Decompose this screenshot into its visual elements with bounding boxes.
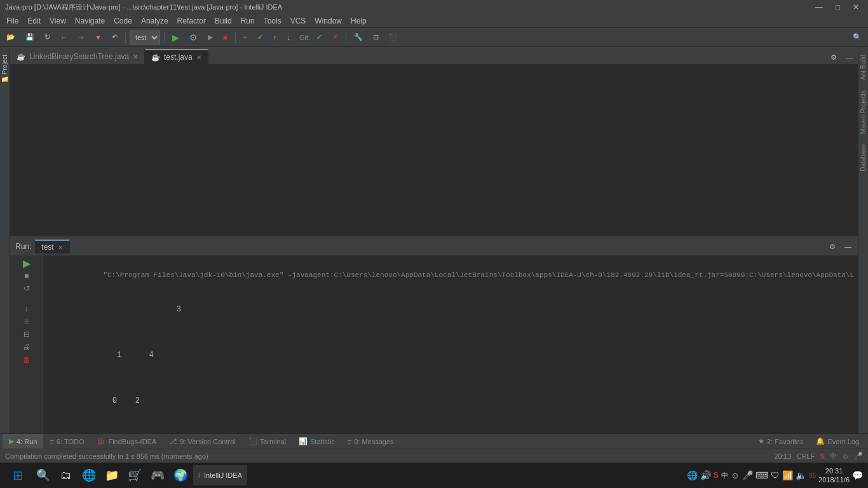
terminal-icon: ⬛ — [248, 437, 257, 445]
taskbar-app1[interactable]: 🎮 — [147, 465, 168, 485]
menu-refactor[interactable]: Refactor — [173, 15, 210, 27]
toolbar-back-btn[interactable]: ← — [57, 30, 71, 44]
tab-close-linked[interactable]: ✕ — [133, 53, 138, 60]
menu-help[interactable]: Help — [347, 15, 370, 27]
toolbar-sync-btn[interactable]: ↻ — [41, 30, 54, 44]
run-config-btn[interactable]: ▶ — [168, 30, 183, 44]
ant-build-tab[interactable]: Ant Build — [860, 50, 867, 85]
toolbar-git-push[interactable]: ↑ — [269, 30, 281, 44]
run-with-coverage-btn[interactable]: ▶ — [204, 30, 217, 44]
toolbar-build-red-btn[interactable]: ▼ — [91, 30, 105, 44]
stop-btn[interactable]: ■ — [219, 30, 231, 44]
maximize-btn[interactable]: □ — [832, 3, 844, 11]
ime-tray[interactable]: S — [714, 471, 719, 480]
menu-navigate[interactable]: Navigate — [71, 15, 109, 27]
favorites-tab[interactable]: ★ 2: Favorites — [752, 434, 810, 449]
status-tab-messages[interactable]: ≡ 0: Messages — [341, 434, 400, 449]
maven-projects-tab[interactable]: Maven Projects — [860, 85, 867, 139]
toolbar-git-status-check[interactable]: ✔ — [313, 30, 326, 44]
toolbar-settings-btn[interactable]: 🔧 — [350, 30, 367, 44]
emoji-tray[interactable]: ☺ — [731, 470, 740, 480]
toolbar-git-commit[interactable]: ✔ — [254, 30, 267, 44]
status-tab-run[interactable]: ▶ 4: Run — [3, 434, 43, 449]
toolbar-git-add[interactable]: + — [240, 30, 251, 44]
taskbar-task-view[interactable]: 🗂 — [56, 465, 76, 485]
menu-file[interactable]: File — [3, 15, 22, 27]
lang-indicator[interactable]: 中 — [830, 451, 837, 461]
start-button[interactable]: ⊞ — [5, 465, 31, 485]
toolbar-sep-3 — [235, 32, 236, 43]
taskbar-store[interactable]: 🛒 — [125, 465, 145, 485]
status-tab-todo[interactable]: ≡ 6: TODO — [43, 434, 90, 449]
run-stop-btn[interactable]: ■ — [22, 271, 32, 281]
run-clear-btn[interactable]: 🗑 — [22, 355, 32, 365]
toolbar-search-everywhere[interactable]: 🔍 — [849, 30, 865, 44]
network-icon[interactable]: 🌐 — [687, 470, 698, 480]
speaker-tray[interactable]: 🔈 — [796, 470, 806, 480]
config-select[interactable]: test — [130, 30, 160, 44]
run-filter-btn[interactable]: ≡ — [22, 316, 32, 327]
toolbar-sep-2 — [164, 32, 165, 43]
menu-code[interactable]: Code — [110, 15, 136, 27]
tab-test[interactable]: ☕ test.java ✕ — [145, 49, 208, 64]
run-play-btn[interactable]: ▶ — [22, 258, 32, 268]
status-tab-vcs[interactable]: ⎇ 9: Version Control — [163, 434, 241, 449]
run-tab-close[interactable]: ✕ — [58, 244, 63, 251]
menu-vcs[interactable]: VCS — [287, 15, 310, 27]
event-log-tab[interactable]: 🔔 Event Log — [810, 434, 865, 449]
run-fold-btn[interactable]: ⊟ — [22, 329, 32, 339]
menu-run[interactable]: Run — [237, 15, 259, 27]
build-btn[interactable]: ⚙ — [186, 30, 201, 44]
taskbar-edge[interactable]: 🌐 — [79, 465, 99, 485]
menu-build[interactable]: Build — [211, 15, 236, 27]
taskbar-app2[interactable]: 🌍 — [170, 465, 191, 485]
menu-window[interactable]: Window — [311, 15, 346, 27]
close-btn[interactable]: ✕ — [849, 3, 863, 11]
taskbar-search[interactable]: 🔍 — [33, 465, 53, 485]
toolbar-open-btn[interactable]: 📂 — [3, 30, 19, 44]
toolbar-more-btn[interactable]: ⬛ — [385, 30, 402, 44]
title-bar: Java-pro [D:\JAVA程序设计\Java-pro] - ...\sr… — [0, 0, 868, 14]
toolbar-layout-btn[interactable]: ⊡ — [369, 30, 383, 44]
antivirus-tray[interactable]: 🛡 — [771, 470, 780, 480]
tab-linked-binary[interactable]: ☕ LinkedBinarySearchTree.java ✕ — [10, 49, 145, 64]
menu-tools[interactable]: Tools — [260, 15, 285, 27]
mic-tray[interactable]: 🎤 — [742, 470, 753, 480]
toolbar-save-btn[interactable]: 💾 — [22, 30, 38, 44]
minimize-btn[interactable]: — — [811, 3, 827, 11]
status-tab-findbugs[interactable]: 🐞 FindBugs-IDEA — [90, 434, 163, 449]
tab-close-test[interactable]: ✕ — [196, 54, 201, 61]
run-tab-test[interactable]: test ✕ — [35, 240, 69, 254]
toolbar-forward-btn[interactable]: → — [74, 30, 88, 44]
notification-icon[interactable]: 💬 — [852, 470, 863, 480]
toolbar-git-update[interactable]: ↓ — [283, 30, 294, 44]
info-left: Compilation completed successfully in 1 … — [5, 452, 208, 460]
status-tab-statistic[interactable]: 📊 Statistic — [292, 434, 341, 449]
toolbar-undo-btn[interactable]: ↶ — [108, 30, 121, 44]
taskbar-explorer[interactable]: 📁 — [102, 465, 122, 485]
settings-editor-btn[interactable]: ⚙ — [827, 50, 841, 64]
clock[interactable]: 20:31 2018/11/6 — [818, 466, 850, 485]
sogou-badge[interactable]: 86 — [809, 472, 816, 479]
network-tray2[interactable]: 📶 — [782, 470, 793, 480]
center-area: ☕ LinkedBinarySearchTree.java ✕ ☕ test.j… — [10, 47, 858, 433]
lang-tray[interactable]: 中 — [721, 471, 728, 480]
toolbar-git-status-x[interactable]: ✗ — [329, 30, 342, 44]
run-settings-btn[interactable]: ⚙ — [825, 240, 839, 254]
menu-view[interactable]: View — [46, 15, 70, 27]
menu-analyze[interactable]: Analyze — [137, 15, 172, 27]
volume-icon[interactable]: 🔊 — [700, 470, 711, 480]
output-line-2: 1 4 — [103, 351, 153, 360]
run-restart-btn[interactable]: ↺ — [22, 283, 32, 294]
database-tab[interactable]: Database — [860, 139, 867, 177]
run-print-btn[interactable]: 🖨 — [22, 342, 32, 352]
run-minimize-btn[interactable]: — — [841, 240, 855, 254]
output-line-3: 0 2 — [103, 396, 140, 405]
close-editor-btn[interactable]: — — [842, 50, 857, 64]
run-scroll-to-end[interactable]: ↓ — [22, 304, 32, 314]
project-tool-window[interactable]: 📁 Project — [1, 52, 8, 86]
menu-edit[interactable]: Edit — [24, 15, 44, 27]
status-tab-terminal[interactable]: ⬛ Terminal — [242, 434, 293, 449]
taskbar-intellij[interactable]: I IntelliJ IDEA — [193, 465, 247, 485]
keyboard-tray[interactable]: ⌨ — [756, 470, 768, 480]
